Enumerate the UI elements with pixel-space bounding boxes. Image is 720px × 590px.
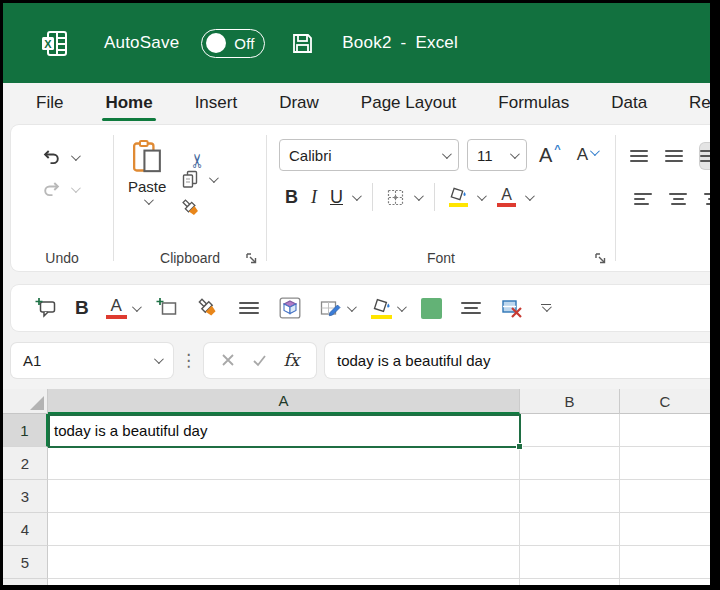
font-color-letter: A — [111, 298, 122, 314]
shrink-font-letter: A — [577, 145, 588, 165]
copy-button[interactable] — [180, 169, 216, 189]
italic-button[interactable]: I — [311, 187, 317, 208]
paste-dropdown-chevron[interactable] — [144, 195, 154, 205]
cell-b2[interactable] — [520, 447, 620, 480]
font-dialog-launcher[interactable] — [594, 252, 607, 265]
insert-function-button[interactable]: fx — [284, 350, 300, 370]
tab-data[interactable]: Data — [610, 89, 648, 117]
delete-cells-icon[interactable] — [500, 297, 524, 320]
tab-formulas[interactable]: Formulas — [497, 89, 570, 117]
cell-a1[interactable]: today is a beautiful day — [48, 414, 520, 447]
svg-text:X: X — [44, 37, 52, 49]
format-painter-icon[interactable] — [196, 296, 220, 320]
font-size-select[interactable]: 11 — [467, 139, 527, 171]
redo-button[interactable] — [41, 179, 113, 199]
cell-b6[interactable] — [520, 579, 620, 585]
cell-c2[interactable] — [620, 447, 710, 480]
tab-insert[interactable]: Insert — [194, 89, 239, 117]
font-color-chevron[interactable] — [132, 302, 142, 312]
column-header-a[interactable]: A — [48, 389, 520, 414]
draw-borders-chevron[interactable] — [347, 302, 357, 312]
format-painter-icon[interactable] — [180, 197, 202, 219]
save-icon[interactable] — [291, 32, 314, 55]
borders-button[interactable] — [386, 188, 421, 207]
row-header-3[interactable]: 3 — [3, 480, 48, 513]
align-center-icon[interactable] — [459, 295, 483, 321]
cell-a5[interactable] — [48, 546, 520, 579]
cell-b3[interactable] — [520, 480, 620, 513]
bold-button[interactable]: B — [75, 297, 89, 319]
font-color-button[interactable]: A — [497, 187, 532, 207]
clipboard-dialog-launcher[interactable] — [245, 252, 258, 265]
toggle-knob — [206, 33, 226, 53]
shrink-font-button[interactable]: A — [573, 145, 601, 165]
cell-c3[interactable] — [620, 480, 710, 513]
name-box-chevron[interactable] — [154, 354, 164, 364]
row-header-2[interactable]: 2 — [3, 447, 48, 480]
insert-cells-icon[interactable] — [156, 297, 179, 319]
bold-button[interactable]: B — [285, 187, 298, 208]
cell-c5[interactable] — [620, 546, 710, 579]
cell-b1[interactable] — [520, 414, 620, 447]
draw-borders-button[interactable] — [319, 297, 354, 320]
cell-a3[interactable] — [48, 480, 520, 513]
fill-color-button[interactable] — [371, 298, 404, 319]
name-box[interactable]: A1 — [11, 343, 173, 378]
toolbar-overflow-button[interactable] — [541, 304, 551, 313]
cell-a2[interactable] — [48, 447, 520, 480]
cell-b5[interactable] — [520, 546, 620, 579]
align-left-button[interactable] — [630, 186, 652, 212]
bottom-align-button[interactable] — [700, 143, 710, 169]
tab-review[interactable]: Review — [688, 89, 710, 117]
cell-b4[interactable] — [520, 513, 620, 546]
tab-file[interactable]: File — [35, 89, 64, 117]
top-align-button[interactable] — [630, 143, 648, 169]
cancel-icon[interactable] — [221, 353, 235, 367]
underline-button[interactable]: U — [330, 187, 359, 208]
autosave-toggle[interactable]: Off — [201, 29, 265, 58]
fill-color-chevron[interactable] — [477, 191, 487, 201]
font-name-select[interactable]: Calibri — [279, 139, 459, 171]
row-header-4[interactable]: 4 — [3, 513, 48, 546]
column-header-b[interactable]: B — [520, 389, 620, 414]
fill-color-chevron[interactable] — [397, 302, 407, 312]
row-header-5[interactable]: 5 — [3, 546, 48, 579]
paste-icon — [130, 139, 164, 175]
underline-chevron[interactable] — [352, 191, 362, 201]
cut-icon[interactable]: ✂ — [188, 133, 208, 169]
tab-page-layout[interactable]: Page Layout — [360, 89, 457, 117]
enter-check-icon[interactable] — [252, 354, 267, 367]
tab-draw[interactable]: Draw — [278, 89, 320, 117]
cell-a6[interactable] — [48, 579, 520, 585]
formula-buttons: fx — [204, 343, 316, 378]
cell-c1[interactable] — [620, 414, 710, 447]
fill-color-button[interactable] — [448, 187, 484, 207]
cell-c4[interactable] — [620, 513, 710, 546]
middle-align-button[interactable] — [665, 143, 683, 169]
select-all-button[interactable] — [3, 389, 48, 414]
new-comment-icon[interactable] — [35, 297, 58, 320]
undo-button[interactable] — [41, 147, 113, 167]
font-color-chevron[interactable] — [525, 191, 535, 201]
align-center-button[interactable] — [669, 186, 687, 212]
tab-home[interactable]: Home — [104, 89, 153, 117]
column-header-c[interactable]: C — [620, 389, 710, 414]
undo-dropdown-chevron[interactable] — [71, 151, 81, 161]
align-middle-icon[interactable] — [237, 295, 261, 321]
formula-input[interactable]: today is a beautiful day — [325, 343, 710, 378]
row-header-6[interactable]: 6 — [3, 579, 48, 585]
cell-style-swatch[interactable] — [421, 298, 442, 319]
row-header-1[interactable]: 1 — [3, 414, 48, 447]
undo-group-label: Undo — [11, 250, 113, 266]
cell-a4[interactable] — [48, 513, 520, 546]
grow-font-button[interactable]: A ^ — [535, 144, 565, 167]
row-6: 6 — [3, 579, 710, 585]
copy-dropdown-chevron[interactable] — [209, 173, 219, 183]
font-color-button[interactable]: A — [106, 298, 139, 319]
align-right-button[interactable] — [704, 186, 710, 212]
title-separator: - — [401, 33, 407, 53]
3d-models-icon[interactable] — [278, 296, 302, 320]
formula-bar-grip[interactable]: ⋮ — [180, 350, 197, 371]
cell-c6[interactable] — [620, 579, 710, 585]
borders-chevron[interactable] — [414, 191, 424, 201]
